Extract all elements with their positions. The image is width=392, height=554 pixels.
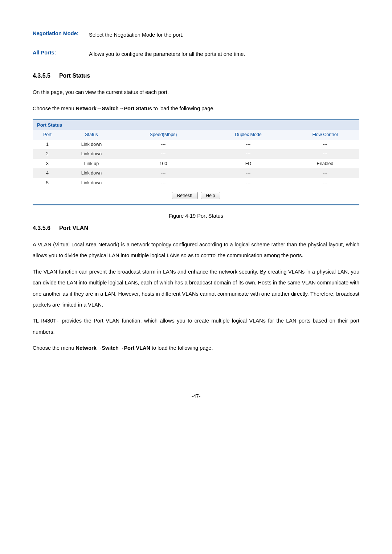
cell-duplex: ---	[206, 140, 291, 149]
cell-speed: ---	[121, 149, 206, 159]
table-row: 1 Link down --- --- ---	[33, 140, 359, 149]
port-vlan-nav: Choose the menu Network→Switch→Port VLAN…	[33, 342, 359, 353]
cell-speed: ---	[121, 168, 206, 178]
cell-speed: 100	[121, 159, 206, 169]
port-status-nav: Choose the menu Network→Switch→Port Stat…	[33, 103, 359, 114]
cell-speed: ---	[121, 178, 206, 188]
section-heading-port-vlan: 4.3.5.6Port VLAN	[33, 225, 359, 231]
text-run: to load the following page.	[152, 106, 215, 111]
cell-port: 1	[33, 140, 62, 149]
definition-description: Allows you to configure the parameters f…	[89, 50, 359, 58]
port-vlan-para3: TL-R480T+ provides the Port VLAN functio…	[33, 315, 359, 337]
cell-speed: ---	[121, 140, 206, 149]
port-status-panel: Port Status Port Status Speed(Mbps) Dupl…	[33, 119, 359, 205]
section-number: 4.3.5.6	[33, 225, 50, 231]
cell-flow: ---	[291, 149, 359, 159]
definition-description: Select the Negotiation Mode for the port…	[89, 31, 359, 39]
table-row: 4 Link down --- --- ---	[33, 168, 359, 178]
cell-status: Link down	[62, 140, 121, 149]
menu-path: Network→Switch→Port VLAN	[76, 345, 150, 351]
table-row: 2 Link down --- --- ---	[33, 149, 359, 159]
cell-port: 2	[33, 149, 62, 159]
table-row: 5 Link down --- --- ---	[33, 178, 359, 188]
text-run: Choose the menu	[33, 106, 76, 111]
col-header-port: Port	[33, 130, 62, 140]
cell-duplex: ---	[206, 178, 291, 188]
page-number: -47-	[33, 394, 359, 399]
cell-status: Link down	[62, 168, 121, 178]
section-title: Port Status	[59, 73, 90, 79]
col-header-speed: Speed(Mbps)	[121, 130, 206, 140]
section-title: Port VLAN	[59, 225, 88, 231]
cell-duplex: FD	[206, 159, 291, 169]
port-status-intro: On this page, you can view the current s…	[33, 87, 359, 98]
definition-negotiation-mode: Negotiation Mode: Select the Negotiation…	[33, 31, 359, 39]
definition-all-ports: All Ports: Allows you to configure the p…	[33, 50, 359, 58]
table-header-row: Port Status Speed(Mbps) Duplex Mode Flow…	[33, 130, 359, 140]
cell-duplex: ---	[206, 168, 291, 178]
col-header-status: Status	[62, 130, 121, 140]
port-vlan-para2: The VLAN function can prevent the broadc…	[33, 266, 359, 311]
col-header-flow: Flow Control	[291, 130, 359, 140]
cell-status: Link up	[62, 159, 121, 169]
panel-title: Port Status	[33, 120, 359, 130]
definition-term: Negotiation Mode:	[33, 31, 89, 39]
cell-port: 4	[33, 168, 62, 178]
panel-button-row: Refresh Help	[33, 192, 359, 199]
refresh-button[interactable]: Refresh	[172, 192, 198, 199]
cell-flow: ---	[291, 140, 359, 149]
text-run: to load the following page.	[150, 345, 213, 351]
cell-status: Link down	[62, 178, 121, 188]
cell-flow: ---	[291, 178, 359, 188]
port-vlan-para1: A VLAN (Virtual Local Area Network) is a…	[33, 239, 359, 261]
section-heading-port-status: 4.3.5.5Port Status	[33, 73, 359, 79]
cell-status: Link down	[62, 149, 121, 159]
definition-term: All Ports:	[33, 50, 89, 58]
cell-port: 5	[33, 178, 62, 188]
cell-flow: ---	[291, 168, 359, 178]
cell-port: 3	[33, 159, 62, 169]
text-run: Choose the menu	[33, 345, 76, 351]
section-number: 4.3.5.5	[33, 73, 50, 79]
figure-caption-4-19: Figure 4-19 Port Status	[33, 213, 359, 219]
table-row: 3 Link up 100 FD Enabled	[33, 159, 359, 169]
cell-duplex: ---	[206, 149, 291, 159]
cell-flow: Enabled	[291, 159, 359, 169]
help-button[interactable]: Help	[201, 192, 221, 199]
port-status-table: Port Status Speed(Mbps) Duplex Mode Flow…	[33, 130, 359, 188]
menu-path: Network→Switch→Port Status	[76, 106, 152, 111]
col-header-duplex: Duplex Mode	[206, 130, 291, 140]
